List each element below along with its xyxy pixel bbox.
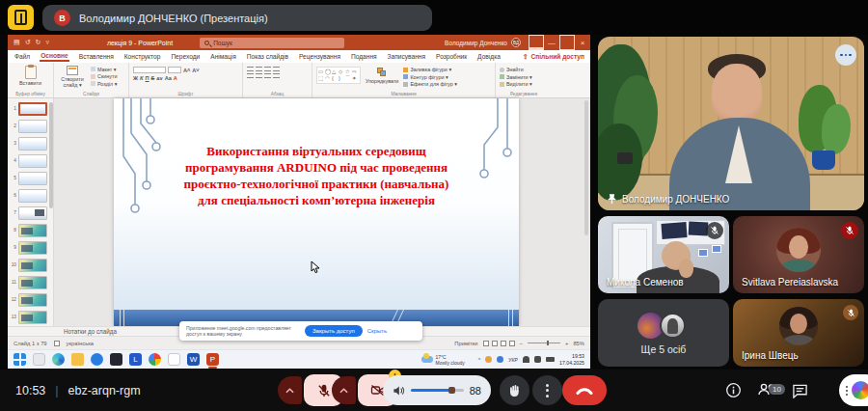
minimize-icon[interactable]: — xyxy=(544,35,559,50)
teams-app-icon[interactable]: L xyxy=(129,353,142,366)
save-icon[interactable]: ▤ xyxy=(14,39,20,46)
participant-tile-mykola[interactable]: Микола Семенов xyxy=(598,216,729,293)
strikethrough-button[interactable]: S xyxy=(151,75,155,81)
file-explorer-icon[interactable] xyxy=(71,353,84,366)
slide-thumb-9[interactable]: 9 xyxy=(8,240,54,255)
brand-logo-icon[interactable] xyxy=(8,5,34,30)
bullets-button[interactable] xyxy=(247,67,254,71)
end-call-button[interactable] xyxy=(562,375,607,405)
section-button[interactable]: Розділ ▾ xyxy=(91,81,117,87)
spellcheck-icon[interactable] xyxy=(54,341,60,346)
chrome-icon[interactable] xyxy=(149,353,161,366)
slide-thumb-4[interactable]: 4 xyxy=(8,153,54,168)
participants-button[interactable]: 10 xyxy=(757,381,776,400)
ribbon-tab-file[interactable]: Файл xyxy=(14,52,31,61)
record-icon[interactable]: ▿ xyxy=(45,39,49,46)
italic-button[interactable]: К xyxy=(140,75,143,81)
restore-icon[interactable] xyxy=(559,35,575,50)
replace-button[interactable]: Замінити ▾ xyxy=(500,74,548,80)
taskview-icon[interactable] xyxy=(33,353,45,366)
browser-icon[interactable] xyxy=(91,353,103,366)
mic-options-chevron[interactable] xyxy=(278,376,302,404)
slide-thumb-6[interactable]: 6 xyxy=(8,188,54,203)
justify-button[interactable] xyxy=(273,73,280,78)
quick-access-toolbar[interactable]: ▤ ↺ ↻ ▿ xyxy=(14,39,49,46)
volume-control[interactable]: 88 xyxy=(383,375,491,405)
word-icon[interactable]: W xyxy=(187,353,200,366)
slide-thumb-8[interactable]: 8 xyxy=(8,223,54,237)
ribbon-tab-review[interactable]: Рецензування xyxy=(298,52,341,61)
reset-button[interactable]: Скинути xyxy=(91,73,117,79)
dark-app-icon[interactable] xyxy=(110,353,122,366)
powerpoint-taskbar-icon[interactable]: P xyxy=(206,353,219,366)
zoom-out-button[interactable]: − xyxy=(520,341,523,346)
volume-icon[interactable] xyxy=(534,356,541,363)
ribbon-tab-developer[interactable]: Розробник xyxy=(435,52,468,61)
presentation-tab[interactable]: В Володимир ДОНЧЕНКО (Презентація) xyxy=(42,5,432,31)
shape-effects-button[interactable]: Ефекти для фігур ▾ xyxy=(403,81,457,87)
language-indicator[interactable]: українська xyxy=(67,341,95,346)
char-spacing-button[interactable]: ᴀᴠ xyxy=(156,75,162,81)
font-color-button[interactable]: А xyxy=(174,75,177,81)
indent-increase-button[interactable] xyxy=(273,67,280,71)
slide-canvas[interactable]: Використання віртуальних середовищ прогр… xyxy=(114,98,519,326)
participant-tile-svitlava[interactable]: Svitlava Pereiaslavska xyxy=(733,216,864,293)
stop-sharing-button[interactable]: Закрыть доступ xyxy=(305,325,363,337)
shape-outline-button[interactable]: Контур фігури ▾ xyxy=(403,74,457,80)
align-left-button[interactable] xyxy=(247,73,254,78)
ppt-search-box[interactable]: Пошук xyxy=(200,38,344,48)
slide-thumb-2[interactable]: 2 xyxy=(8,119,54,133)
slide-thumb-10[interactable]: 10 xyxy=(8,258,54,272)
slide-thumb-13[interactable]: 13 xyxy=(8,310,54,324)
extension-overlay[interactable] xyxy=(839,374,868,406)
ribbon-tab-home[interactable]: Основне xyxy=(40,51,69,62)
clock-date[interactable]: 19:53 17.04.2025 xyxy=(559,353,584,366)
undo-icon[interactable]: ↺ xyxy=(25,39,31,46)
meeting-info-button[interactable] xyxy=(725,382,742,398)
slide-thumbnails-panel[interactable]: 1 2 3 4 5 6 7 8 9 10 11 12 13 xyxy=(8,98,54,326)
arrange-button[interactable]: Упорядкувати xyxy=(366,68,398,84)
shrink-font-button[interactable]: A˅ xyxy=(192,68,199,73)
grow-font-button[interactable]: A˄ xyxy=(183,68,190,73)
font-name-select[interactable] xyxy=(133,67,166,73)
camera-options-chevron[interactable] xyxy=(332,376,356,404)
slide-thumb-5[interactable]: 5 xyxy=(8,171,54,185)
slide-thumb-11[interactable]: 11 xyxy=(8,275,54,289)
zoom-percent[interactable]: 85% xyxy=(573,341,584,346)
indent-decrease-button[interactable] xyxy=(264,67,271,71)
change-case-button[interactable]: Aa xyxy=(165,75,172,81)
start-button-icon[interactable] xyxy=(14,353,26,366)
ribbon-tab-help[interactable]: Довідка xyxy=(476,52,502,61)
ribbon-options-icon[interactable] xyxy=(529,35,544,50)
editor-scrollbar[interactable] xyxy=(584,100,588,235)
participant-tile-iryna[interactable]: Ірина Швець xyxy=(733,299,864,367)
chat-button[interactable] xyxy=(792,383,808,398)
slide-title[interactable]: Використання віртуальних середовищ прогр… xyxy=(143,143,490,208)
font-size-select[interactable] xyxy=(168,67,181,73)
align-center-button[interactable] xyxy=(256,73,262,78)
layout-button[interactable]: Макет ▾ xyxy=(91,67,117,72)
tray-chevron-icon[interactable]: ^ xyxy=(478,357,480,363)
zoom-slider[interactable] xyxy=(528,342,560,343)
ribbon-tab-slideshow[interactable]: Показ слайдів xyxy=(246,52,289,61)
select-button[interactable]: Виділити ▾ xyxy=(500,81,548,87)
system-tray[interactable]: ^ УКР 19:53 17.04.2025 xyxy=(478,353,584,366)
tray-app-icon[interactable] xyxy=(485,356,492,363)
ribbon-tab-animations[interactable]: Анімація xyxy=(209,52,237,61)
shapes-gallery[interactable]: ▭◯△◇☆⇨ ⬚◠{}⌒✦ xyxy=(316,67,361,84)
notepad-icon[interactable] xyxy=(168,353,180,366)
notes-toggle[interactable]: Примітки xyxy=(454,341,477,346)
ribbon-tab-design[interactable]: Конструктор xyxy=(123,52,162,61)
slide-thumb-12[interactable]: 12 xyxy=(8,292,54,307)
slide-thumb-3[interactable]: 3 xyxy=(8,136,54,151)
align-right-button[interactable] xyxy=(264,73,271,78)
find-button[interactable]: Знайти xyxy=(500,67,548,72)
underline-button[interactable]: П xyxy=(146,75,149,81)
thumbnails-scrollbar[interactable] xyxy=(49,102,53,208)
ribbon-tab-transitions[interactable]: Переходи xyxy=(170,52,201,61)
battery-icon[interactable] xyxy=(546,357,555,362)
view-buttons[interactable] xyxy=(483,341,515,346)
edge-icon[interactable] xyxy=(52,353,65,366)
paste-button[interactable]: Вставити xyxy=(12,66,49,86)
ribbon-tab-recording[interactable]: Записування xyxy=(387,52,426,61)
